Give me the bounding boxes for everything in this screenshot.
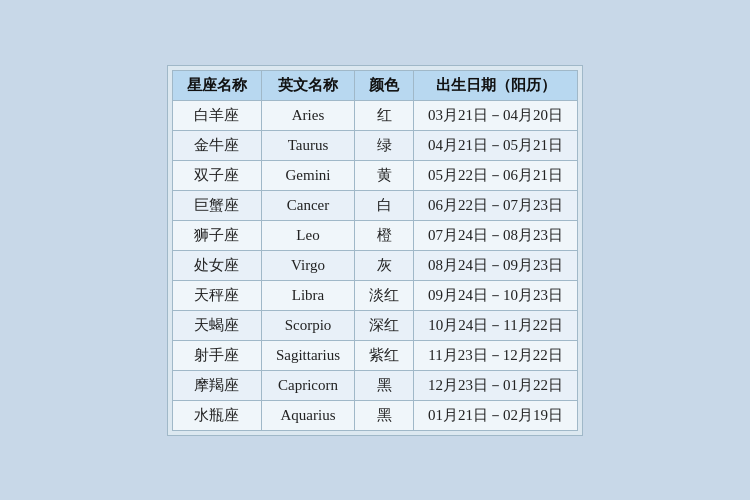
cell-date: 10月24日－11月22日 [414, 310, 578, 340]
table-row: 双子座Gemini黄05月22日－06月21日 [172, 160, 577, 190]
cell-date: 08月24日－09月23日 [414, 250, 578, 280]
cell-color: 白 [355, 190, 414, 220]
cell-color: 黑 [355, 400, 414, 430]
cell-date: 11月23日－12月22日 [414, 340, 578, 370]
table-row: 天秤座Libra淡红09月24日－10月23日 [172, 280, 577, 310]
cell-english-name: Aries [261, 100, 354, 130]
cell-date: 09月24日－10月23日 [414, 280, 578, 310]
header-chinese-name: 星座名称 [172, 70, 261, 100]
table-row: 白羊座Aries红03月21日－04月20日 [172, 100, 577, 130]
table-row: 狮子座Leo橙07月24日－08月23日 [172, 220, 577, 250]
cell-chinese-name: 摩羯座 [172, 370, 261, 400]
cell-date: 06月22日－07月23日 [414, 190, 578, 220]
cell-english-name: Capricorn [261, 370, 354, 400]
table-header-row: 星座名称 英文名称 颜色 出生日期（阳历） [172, 70, 577, 100]
cell-color: 黄 [355, 160, 414, 190]
cell-date: 03月21日－04月20日 [414, 100, 578, 130]
cell-color: 淡红 [355, 280, 414, 310]
cell-color: 绿 [355, 130, 414, 160]
cell-chinese-name: 双子座 [172, 160, 261, 190]
cell-chinese-name: 狮子座 [172, 220, 261, 250]
table-row: 巨蟹座Cancer白06月22日－07月23日 [172, 190, 577, 220]
cell-english-name: Aquarius [261, 400, 354, 430]
table-row: 摩羯座Capricorn黑12月23日－01月22日 [172, 370, 577, 400]
cell-color: 橙 [355, 220, 414, 250]
cell-color: 黑 [355, 370, 414, 400]
header-english-name: 英文名称 [261, 70, 354, 100]
cell-english-name: Scorpio [261, 310, 354, 340]
table-row: 金牛座Taurus绿04月21日－05月21日 [172, 130, 577, 160]
table-row: 射手座Sagittarius紫红11月23日－12月22日 [172, 340, 577, 370]
cell-chinese-name: 白羊座 [172, 100, 261, 130]
table-row: 处女座Virgo灰08月24日－09月23日 [172, 250, 577, 280]
cell-color: 深红 [355, 310, 414, 340]
zodiac-table: 星座名称 英文名称 颜色 出生日期（阳历） 白羊座Aries红03月21日－04… [172, 70, 578, 431]
cell-chinese-name: 射手座 [172, 340, 261, 370]
cell-chinese-name: 金牛座 [172, 130, 261, 160]
cell-english-name: Virgo [261, 250, 354, 280]
cell-date: 05月22日－06月21日 [414, 160, 578, 190]
cell-date: 12月23日－01月22日 [414, 370, 578, 400]
cell-date: 07月24日－08月23日 [414, 220, 578, 250]
cell-english-name: Leo [261, 220, 354, 250]
cell-english-name: Libra [261, 280, 354, 310]
cell-date: 04月21日－05月21日 [414, 130, 578, 160]
cell-chinese-name: 处女座 [172, 250, 261, 280]
table-row: 天蝎座Scorpio深红10月24日－11月22日 [172, 310, 577, 340]
cell-chinese-name: 水瓶座 [172, 400, 261, 430]
cell-english-name: Taurus [261, 130, 354, 160]
cell-color: 红 [355, 100, 414, 130]
zodiac-table-container: 星座名称 英文名称 颜色 出生日期（阳历） 白羊座Aries红03月21日－04… [167, 65, 583, 436]
header-date: 出生日期（阳历） [414, 70, 578, 100]
cell-english-name: Sagittarius [261, 340, 354, 370]
cell-date: 01月21日－02月19日 [414, 400, 578, 430]
cell-chinese-name: 天蝎座 [172, 310, 261, 340]
cell-chinese-name: 巨蟹座 [172, 190, 261, 220]
cell-color: 紫红 [355, 340, 414, 370]
cell-chinese-name: 天秤座 [172, 280, 261, 310]
header-color: 颜色 [355, 70, 414, 100]
cell-color: 灰 [355, 250, 414, 280]
cell-english-name: Gemini [261, 160, 354, 190]
table-row: 水瓶座Aquarius黑01月21日－02月19日 [172, 400, 577, 430]
cell-english-name: Cancer [261, 190, 354, 220]
